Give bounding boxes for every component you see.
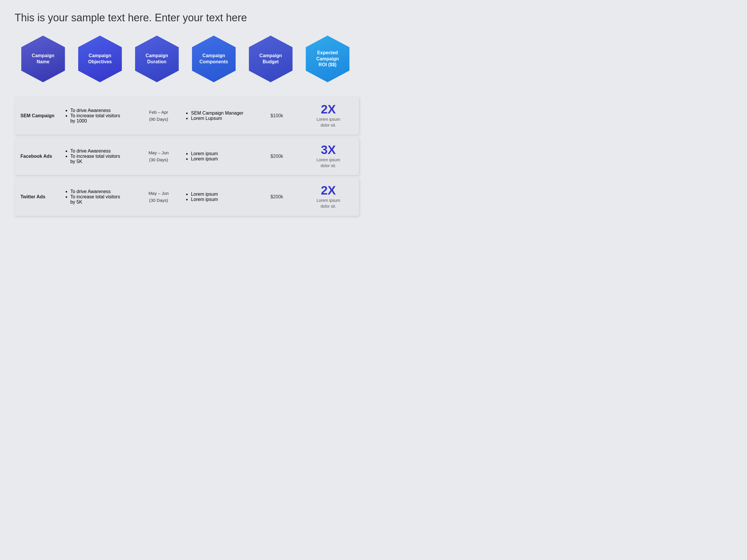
campaign-table: SEM CampaignTo drive AwarenessTo increas… bbox=[15, 94, 359, 219]
objective-item: To increase total visitors by 5K bbox=[70, 154, 126, 164]
roi-value-text: 2X bbox=[321, 184, 336, 196]
objective-item: To drive Awareness bbox=[70, 108, 126, 113]
cell-duration-row-sem: Feb – Apr(90 Days) bbox=[132, 97, 185, 134]
budget-value: $100k bbox=[271, 113, 283, 118]
budget-value: $200k bbox=[271, 194, 283, 199]
page-title: This is your sample text here. Enter you… bbox=[15, 12, 359, 24]
roi-value-text: 2X bbox=[321, 103, 336, 115]
campaign-name-text: SEM Campaign bbox=[20, 113, 54, 118]
hexagon-h5: CampaignBudget bbox=[249, 35, 293, 82]
roi-container: 2XLorem ipsumdolor sit. bbox=[304, 184, 353, 209]
cell-budget-row-tw: $200k bbox=[256, 178, 298, 216]
cell-components-row-tw: Lorem ipsumLorem ipsum bbox=[185, 178, 256, 216]
roi-description-text: Lorem ipsumdolor sit. bbox=[317, 157, 340, 168]
hex-header-h4: CampaignComponents bbox=[188, 35, 239, 82]
hex-header-h6: ExpectedCampaignROI ($$) bbox=[302, 35, 353, 82]
campaign-name-text: Facebook Ads bbox=[20, 154, 52, 159]
cell-budget-row-fb: $200k bbox=[256, 137, 298, 175]
cell-components-row-sem: SEM Campaign ManagerLorem Lupsum bbox=[185, 97, 256, 134]
hex-header-h5: CampaignBudget bbox=[245, 35, 296, 82]
component-item: Lorem ipsum bbox=[191, 192, 250, 197]
hexagon-h4: CampaignComponents bbox=[192, 35, 236, 82]
objective-item: To drive Awareness bbox=[70, 189, 126, 194]
component-item: Lorem ipsum bbox=[191, 197, 250, 202]
cell-components-row-fb: Lorem ipsumLorem ipsum bbox=[185, 137, 256, 175]
hexagon-h6: ExpectedCampaignROI ($$) bbox=[306, 35, 350, 82]
objective-item: To drive Awareness bbox=[70, 149, 126, 154]
roi-description-text: Lorem ipsumdolor sit. bbox=[317, 117, 340, 128]
duration-text: Feb – Apr(90 Days) bbox=[138, 109, 179, 123]
component-item: SEM Campaign Manager bbox=[191, 110, 250, 116]
component-item: Lorem ipsum bbox=[191, 151, 250, 156]
duration-text: May – Jun(30 Days) bbox=[138, 149, 179, 163]
cell-name-row-sem: SEM Campaign bbox=[15, 97, 65, 134]
cell-name-row-tw: Twitter Ads bbox=[15, 178, 65, 216]
duration-text: May – Jun(30 Days) bbox=[138, 190, 179, 204]
cell-objectives-row-fb: To drive AwarenessTo increase total visi… bbox=[65, 137, 132, 175]
cell-objectives-row-tw: To drive AwarenessTo increase total visi… bbox=[65, 178, 132, 216]
hexagon-h1: CampaignName bbox=[21, 35, 65, 82]
cell-roi-row-tw: 2XLorem ipsumdolor sit. bbox=[298, 178, 359, 216]
component-item: Lorem Lupsum bbox=[191, 116, 250, 121]
cell-duration-row-fb: May – Jun(30 Days) bbox=[132, 137, 185, 175]
table-row-row-sem: SEM CampaignTo drive AwarenessTo increas… bbox=[15, 97, 359, 134]
objective-item: To increase total visitors by 1000 bbox=[70, 113, 126, 124]
cell-name-row-fb: Facebook Ads bbox=[15, 137, 65, 175]
budget-value: $200k bbox=[271, 154, 283, 159]
campaign-name-text: Twitter Ads bbox=[20, 194, 45, 199]
objective-item: To increase total visitors by 5K bbox=[70, 194, 126, 205]
roi-value-text: 3X bbox=[321, 144, 336, 156]
header-hexagons: CampaignNameCampaignObjectivesCampaignDu… bbox=[15, 35, 359, 82]
roi-description-text: Lorem ipsumdolor sit. bbox=[317, 198, 340, 209]
hex-header-h1: CampaignName bbox=[18, 35, 69, 82]
table-row-row-fb: Facebook AdsTo drive AwarenessTo increas… bbox=[15, 137, 359, 175]
cell-objectives-row-sem: To drive AwarenessTo increase total visi… bbox=[65, 97, 132, 134]
cell-duration-row-tw: May – Jun(30 Days) bbox=[132, 178, 185, 216]
roi-container: 3XLorem ipsumdolor sit. bbox=[304, 144, 353, 168]
cell-budget-row-sem: $100k bbox=[256, 97, 298, 134]
hex-header-h2: CampaignObjectives bbox=[74, 35, 126, 82]
table-row-row-tw: Twitter AdsTo drive AwarenessTo increase… bbox=[15, 178, 359, 216]
cell-roi-row-fb: 3XLorem ipsumdolor sit. bbox=[298, 137, 359, 175]
component-item: Lorem ipsum bbox=[191, 156, 250, 162]
hexagon-h2: CampaignObjectives bbox=[78, 35, 122, 82]
hex-header-h3: CampaignDuration bbox=[131, 35, 182, 82]
hexagon-h3: CampaignDuration bbox=[135, 35, 179, 82]
cell-roi-row-sem: 2XLorem ipsumdolor sit. bbox=[298, 97, 359, 134]
roi-container: 2XLorem ipsumdolor sit. bbox=[304, 103, 353, 128]
